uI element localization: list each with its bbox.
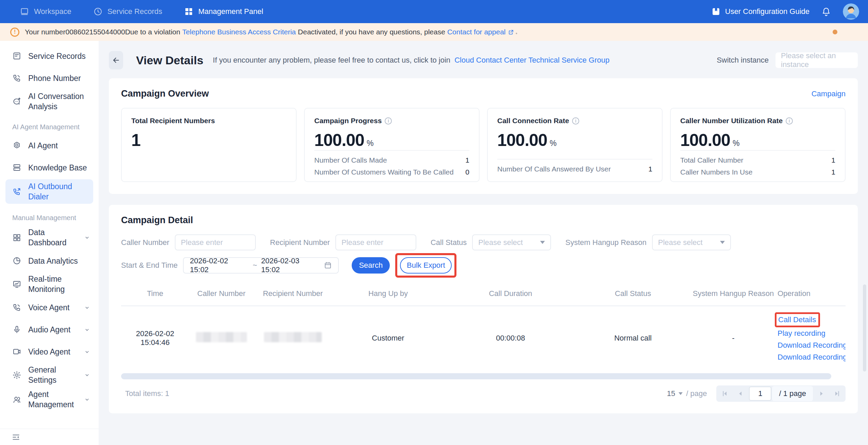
column-header-call-duration: Call Duration: [444, 284, 577, 306]
nav-management-panel-label: Management Panel: [198, 7, 263, 16]
phone-icon: [12, 73, 21, 83]
nav-service-records[interactable]: Service Records: [93, 7, 162, 16]
current-page-input[interactable]: 1: [749, 386, 771, 401]
grid-icon: [184, 7, 194, 16]
back-arrow-icon: [112, 56, 120, 65]
caller-number-input[interactable]: [175, 234, 256, 250]
user-avatar[interactable]: [843, 3, 859, 20]
date-range-picker[interactable]: 2026-02-02 15:02 ~ 2026-02-03 15:02: [183, 257, 339, 274]
sidebar-item-data-analytics[interactable]: Data Analytics: [0, 250, 99, 272]
info-icon[interactable]: i: [572, 117, 579, 125]
sidebar-item-service-records[interactable]: Service Records: [0, 45, 99, 67]
download-recording-audio-link[interactable]: Download Recording Au: [778, 340, 846, 350]
sidebar-item-audio-agent[interactable]: Audio Agent: [0, 318, 99, 341]
metric-row: Number Of Calls Answered By User 1: [497, 165, 652, 173]
stat-value: 100.00: [314, 130, 364, 150]
campaign-overview-title: Campaign Overview: [121, 88, 209, 99]
instance-select[interactable]: Please select an instance: [775, 52, 858, 68]
column-header-caller-number: Caller Number: [189, 284, 254, 306]
system-hangup-reason-select[interactable]: Please select: [652, 234, 731, 250]
back-button[interactable]: [109, 51, 123, 69]
violation-warning-banner: ! Your number008602155044000Due to a vio…: [0, 23, 868, 41]
sidebar-item-video-agent[interactable]: Video Agent: [0, 341, 99, 363]
realtime-monitoring-icon: [12, 280, 21, 289]
last-page-button[interactable]: [829, 385, 845, 402]
campaign-overview-card: Campaign Overview Campaign Total Recipie…: [109, 78, 858, 194]
nav-service-records-label: Service Records: [107, 7, 162, 16]
sidebar-item-data-dashboard[interactable]: Data Dashboard: [0, 225, 99, 250]
user-configuration-guide[interactable]: User Configuration Guide: [711, 7, 809, 16]
chevron-down-icon: [84, 396, 90, 403]
chevron-down-icon: [84, 234, 90, 241]
sidebar-label: Audio Agent: [28, 325, 84, 335]
ai-agent-icon: [12, 141, 21, 150]
contact-appeal-link[interactable]: Contact for appeal: [447, 28, 506, 36]
agent-management-icon: [12, 395, 21, 404]
page-subtitle: If you encounter any problem, please fee…: [213, 56, 610, 65]
external-link-icon: [508, 29, 514, 35]
cell-system-hangup-reason: -: [689, 334, 778, 343]
stat-total-recipient-numbers: Total Recipient Numbers 1: [121, 108, 297, 182]
campaign-link[interactable]: Campaign: [812, 89, 846, 98]
table-header-row: Time Caller Number Recipient Number Hang…: [121, 284, 846, 306]
chevron-down-icon: [84, 348, 90, 355]
download-recording-text-link[interactable]: Download Recording Te: [778, 352, 846, 362]
nav-workspace-label: Workspace: [34, 7, 71, 16]
info-icon[interactable]: i: [786, 117, 793, 125]
audio-agent-icon: [12, 325, 21, 334]
technical-service-group-link[interactable]: Cloud Contact Center Technical Service G…: [454, 56, 610, 64]
first-page-icon: [721, 390, 729, 397]
search-button[interactable]: Search: [352, 257, 390, 274]
bulk-export-button[interactable]: Bulk Export: [400, 257, 452, 274]
banner-text-prefix: Your number008602155044000Due to a viola…: [25, 28, 180, 36]
pagination-bar: Total items: 1 15 / page 1: [121, 385, 846, 402]
collapse-sidebar-icon[interactable]: [12, 433, 20, 442]
sidebar-label: Knowledge Base: [28, 163, 90, 173]
stat-value: 100.00: [497, 130, 547, 150]
stat-campaign-progress: Campaign Progress i 100.00 % Number Of C…: [304, 108, 480, 182]
cell-caller-number: [189, 332, 254, 344]
table-row: 2026-02-02 15:04:46 Customer 00:00:08 No…: [121, 306, 846, 368]
sidebar-label: Video Agent: [28, 347, 84, 357]
notification-bell-icon[interactable]: [821, 6, 831, 17]
sidebar-label: Agent Management: [28, 389, 84, 410]
first-page-button[interactable]: [717, 385, 733, 402]
nav-management-panel[interactable]: Management Panel: [184, 7, 263, 16]
play-recording-link[interactable]: Play recording: [778, 328, 825, 339]
sidebar-label: Voice Agent: [28, 302, 84, 313]
info-icon[interactable]: i: [385, 117, 392, 125]
sidebar-label: Service Records: [28, 51, 90, 61]
column-header-system-hangup-reason: System Hangup Reason: [689, 284, 778, 306]
recipient-number-input[interactable]: [335, 234, 416, 250]
gear-icon: [12, 370, 21, 380]
sidebar-label: Data Dashboard: [28, 227, 84, 248]
nav-workspace[interactable]: Workspace: [20, 7, 71, 16]
sidebar-item-knowledge-base[interactable]: Knowledge Base: [0, 156, 99, 179]
main-content: View Details If you encounter any proble…: [99, 41, 868, 445]
guide-book-icon: [711, 7, 721, 16]
next-page-button[interactable]: [814, 385, 829, 402]
date-start: 2026-02-02 15:02: [190, 257, 249, 274]
top-navigation-bar: Workspace Service Records Management Pan…: [0, 0, 868, 23]
sidebar-item-realtime-monitoring[interactable]: Real-time Monitoring: [0, 272, 99, 296]
campaign-detail-table: Time Caller Number Recipient Number Hang…: [121, 284, 846, 368]
telephone-criteria-link[interactable]: Telephone Business Access Criteria: [182, 28, 296, 36]
sidebar-item-general-settings[interactable]: General Settings: [0, 363, 99, 387]
call-details-link[interactable]: Call Details: [778, 315, 816, 324]
sidebar-item-ai-outbound-dialer[interactable]: AI Outbound Dialer: [5, 179, 93, 204]
sidebar-item-voice-agent[interactable]: Voice Agent: [0, 296, 99, 318]
sidebar-item-ai-conversation-analysis[interactable]: AI Conversation Analysis: [0, 89, 99, 114]
vertical-scrollbar[interactable]: [863, 284, 866, 372]
page-size-select[interactable]: 15 / page: [667, 389, 707, 398]
sidebar-item-ai-agent[interactable]: AI Agent: [0, 134, 99, 156]
previous-page-button[interactable]: [733, 385, 748, 402]
workspace-icon: [20, 7, 29, 16]
call-status-label: Call Status: [431, 238, 467, 247]
call-status-select[interactable]: Please select: [472, 234, 551, 250]
sidebar-label: General Settings: [28, 365, 84, 385]
horizontal-scrollbar[interactable]: [121, 373, 831, 379]
sidebar-item-agent-management[interactable]: Agent Management: [0, 387, 99, 412]
sidebar-item-phone-number[interactable]: Phone Number: [0, 67, 99, 89]
metric-row: Total Caller Number 1: [680, 156, 835, 164]
sidebar: Service Records Phone Number AI Conversa…: [0, 41, 99, 445]
